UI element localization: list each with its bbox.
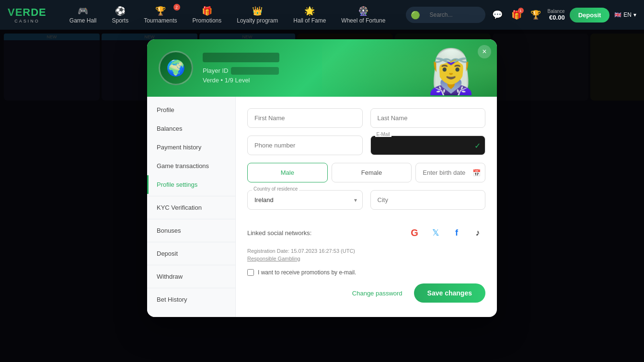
wheel-icon: 🎡 bbox=[358, 6, 368, 16]
nav-item-hall-of-fame[interactable]: 🌟 Hall of Fame bbox=[288, 3, 332, 27]
sidebar-item-game-transactions[interactable]: Game transactions bbox=[147, 157, 235, 175]
nav-item-sports[interactable]: ⚽ Sports bbox=[106, 3, 134, 27]
deposit-button[interactable]: Deposit bbox=[570, 8, 610, 23]
sidebar-transactions-label: Game transactions bbox=[157, 162, 209, 170]
loyalty-icon: 👑 bbox=[252, 6, 263, 16]
sidebar-withdraw-label: Withdraw bbox=[157, 273, 183, 280]
nav-item-loyalty[interactable]: 👑 Loyalty program bbox=[231, 3, 284, 27]
flag-icon: 🇬🇧 bbox=[614, 11, 621, 18]
country-field: Country of residence Ireland ▾ bbox=[247, 190, 363, 210]
name-row bbox=[247, 108, 485, 128]
sidebar-payment-label: Payment history bbox=[157, 144, 201, 151]
sidebar-profile-label: Profile bbox=[157, 106, 174, 113]
logo-casino-text: CASINO bbox=[14, 19, 40, 23]
nav-item-loyalty-label: Loyalty program bbox=[237, 17, 278, 24]
calendar-icon: 📅 bbox=[472, 169, 481, 177]
nav-item-promotions[interactable]: 🎁 Promotions bbox=[187, 3, 228, 27]
contact-row: E-Mail ✓ bbox=[247, 136, 485, 155]
email-field: E-Mail ✓ bbox=[370, 136, 486, 155]
close-modal-button[interactable]: × bbox=[478, 45, 491, 58]
modal-body: Profile Balances Payment history Game tr… bbox=[147, 97, 497, 317]
logo-verde-text: VERDE bbox=[8, 6, 46, 19]
balance-value: €0.00 bbox=[549, 14, 565, 21]
responsible-gambling-link[interactable]: Responsible Gambling bbox=[247, 256, 485, 261]
country-dropdown-icon: ▾ bbox=[354, 197, 357, 204]
social-label: Linked social networks: bbox=[247, 229, 401, 237]
header-username bbox=[203, 53, 279, 62]
promo-checkbox[interactable] bbox=[247, 269, 254, 276]
profile-form: E-Mail ✓ Male Female 📅 bbox=[236, 97, 497, 317]
social-networks-row: Linked social networks: G 𝕏 f ♪ bbox=[247, 225, 485, 240]
nav-item-tournaments[interactable]: 🏆 Tournaments 2 bbox=[138, 3, 183, 27]
trophy-button[interactable]: 🏆 bbox=[529, 8, 543, 22]
tournaments-badge: 2 bbox=[173, 4, 180, 11]
sidebar-kyc-label: KYC Verification bbox=[157, 204, 202, 211]
sidebar-item-deposit[interactable]: Deposit bbox=[147, 244, 235, 263]
sidebar-bonuses-label: Bonuses bbox=[157, 227, 181, 234]
mascot-character: 🧝‍♀️ bbox=[424, 46, 478, 97]
modal-sidebar: Profile Balances Payment history Game tr… bbox=[147, 97, 236, 317]
sidebar-item-profile-settings[interactable]: Profile settings bbox=[147, 175, 235, 194]
google-link-button[interactable]: G bbox=[407, 225, 422, 240]
chat-button[interactable]: 💬 bbox=[490, 8, 505, 22]
sidebar-item-bonuses[interactable]: Bonuses bbox=[147, 221, 235, 240]
gender-female-button[interactable]: Female bbox=[332, 163, 412, 182]
logo[interactable]: VERDE CASINO bbox=[8, 6, 46, 23]
actions-row: Change password Save changes bbox=[247, 283, 485, 303]
first-name-field bbox=[247, 108, 363, 128]
sidebar-item-profile[interactable]: Profile bbox=[147, 101, 235, 119]
phone-field bbox=[247, 136, 363, 155]
country-label: Country of residence bbox=[252, 186, 299, 192]
gift-badge: 1 bbox=[518, 8, 524, 13]
language-selector[interactable]: 🇬🇧 EN ▾ bbox=[614, 11, 636, 18]
sidebar-item-payment-history[interactable]: Payment history bbox=[147, 138, 235, 157]
nav-item-wheel-label: Wheel of Fortune bbox=[341, 17, 385, 24]
modal-overlay[interactable]: 🌍 Player ID Verde • 1/9 Level 🧝‍♀️ × Pro… bbox=[0, 30, 644, 362]
gender-male-button[interactable]: Male bbox=[247, 163, 328, 182]
facebook-link-button[interactable]: f bbox=[449, 225, 464, 240]
birth-date-field: 📅 bbox=[415, 163, 485, 182]
hall-of-fame-icon: 🌟 bbox=[304, 6, 315, 16]
balance-area: Balance €0.00 bbox=[548, 9, 565, 21]
tiktok-link-button[interactable]: ♪ bbox=[470, 225, 485, 240]
email-input[interactable] bbox=[370, 136, 486, 155]
sidebar-bet-history-label: Bet History bbox=[157, 296, 187, 303]
navbar: VERDE CASINO 🎮 Game Hall ⚽ Sports 🏆 Tour… bbox=[0, 0, 644, 30]
sidebar-item-bet-history[interactable]: Bet History bbox=[147, 290, 235, 309]
first-name-input[interactable] bbox=[247, 108, 363, 128]
lang-chevron-icon: ▾ bbox=[633, 11, 636, 18]
twitter-link-button[interactable]: 𝕏 bbox=[428, 225, 443, 240]
promo-label: I want to receive promotions by e-mail. bbox=[258, 269, 356, 276]
nav-items: 🎮 Game Hall ⚽ Sports 🏆 Tournaments 2 🎁 P… bbox=[64, 3, 394, 27]
gift-button[interactable]: 🎁 1 bbox=[509, 8, 524, 22]
nav-item-wheel[interactable]: 🎡 Wheel of Fortune bbox=[335, 3, 391, 27]
sidebar-divider-4 bbox=[147, 265, 235, 265]
nav-item-tournaments-label: Tournaments bbox=[144, 17, 177, 24]
last-name-input[interactable] bbox=[370, 108, 486, 128]
sidebar-item-kyc[interactable]: KYC Verification bbox=[147, 198, 235, 217]
phone-input[interactable] bbox=[247, 136, 363, 155]
nav-item-game-hall[interactable]: 🎮 Game Hall bbox=[64, 3, 103, 27]
nav-item-game-hall-label: Game Hall bbox=[69, 17, 97, 24]
sports-icon: ⚽ bbox=[115, 6, 126, 16]
nav-search-input[interactable] bbox=[423, 9, 481, 21]
sidebar-divider-2 bbox=[147, 219, 235, 219]
user-avatar-small: 🟢 bbox=[411, 11, 420, 20]
country-select[interactable]: Ireland bbox=[247, 190, 363, 210]
sidebar-item-withdraw[interactable]: Withdraw bbox=[147, 267, 235, 286]
sidebar-item-balances[interactable]: Balances bbox=[147, 119, 235, 138]
promotions-icon: 🎁 bbox=[202, 6, 212, 16]
nav-right: 🟢 💬 🎁 1 🏆 Balance €0.00 Deposit 🇬🇧 EN ▾ bbox=[406, 7, 636, 23]
save-changes-button[interactable]: Save changes bbox=[414, 283, 485, 303]
email-check-icon: ✓ bbox=[474, 141, 481, 150]
player-id-value bbox=[231, 67, 279, 75]
email-label: E-Mail bbox=[375, 132, 391, 137]
change-password-button[interactable]: Change password bbox=[352, 290, 402, 297]
city-input[interactable] bbox=[370, 190, 486, 210]
nav-item-promotions-label: Promotions bbox=[193, 17, 222, 24]
sidebar-divider-5 bbox=[147, 288, 235, 288]
social-icons: G 𝕏 f ♪ bbox=[407, 225, 485, 240]
city-field bbox=[370, 190, 486, 217]
sidebar-divider-1 bbox=[147, 196, 235, 196]
sidebar-settings-label: Profile settings bbox=[157, 181, 197, 188]
